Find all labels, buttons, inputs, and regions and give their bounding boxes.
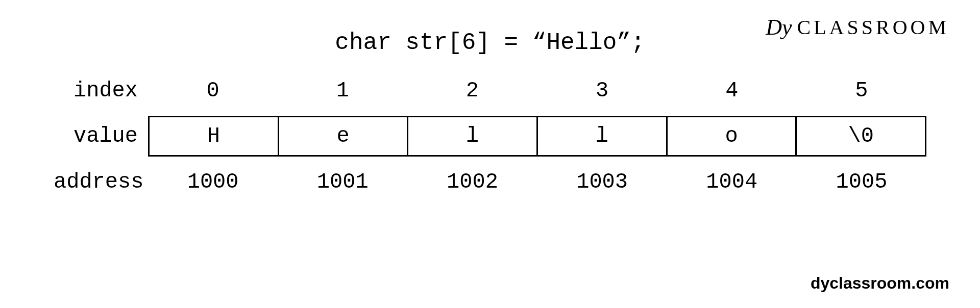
index-cell: 1 (278, 70, 407, 111)
index-cell: 3 (537, 70, 667, 111)
value-cell: o (666, 116, 796, 157)
value-row: value H e l l o \0 (54, 116, 926, 157)
code-declaration: char str[6] = “Hello”; (335, 30, 645, 56)
index-cell: 5 (797, 70, 926, 111)
value-cell: l (407, 116, 536, 157)
index-row: index 0 1 2 3 4 5 (54, 76, 926, 105)
site-url: dyclassroom.com (811, 274, 949, 293)
address-cell: 1001 (278, 162, 407, 202)
address-label: address (54, 170, 148, 194)
address-cell: 1004 (667, 162, 797, 202)
value-cell: l (536, 116, 666, 157)
brand-text: CLASSROOM (797, 15, 949, 39)
address-cell: 1002 (407, 162, 537, 202)
brand-logo-icon: Dy (766, 14, 792, 40)
value-cell: H (148, 116, 278, 157)
address-cell: 1000 (148, 162, 278, 202)
index-label: index (54, 79, 148, 103)
address-cell: 1005 (797, 162, 926, 202)
index-cell: 0 (148, 70, 278, 111)
value-cell: \0 (795, 116, 926, 157)
array-diagram: index 0 1 2 3 4 5 value H e l l o \0 add… (54, 76, 926, 207)
index-cell: 2 (407, 70, 537, 111)
address-row: address 1000 1001 1002 1003 1004 1005 (54, 168, 926, 196)
index-cell: 4 (667, 70, 797, 111)
value-cell: e (278, 116, 407, 157)
brand-watermark: Dy CLASSROOM (766, 14, 949, 40)
value-label: value (54, 124, 148, 148)
address-cell: 1003 (537, 162, 667, 202)
